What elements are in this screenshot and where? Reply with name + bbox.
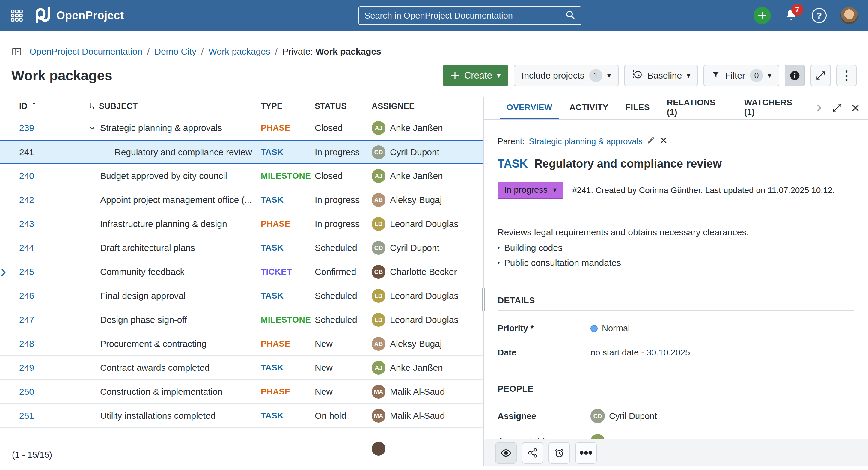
table-row-249[interactable]: 249Contract awards completedTASKNewAJAnk…: [0, 356, 483, 380]
info-toggle-button[interactable]: [785, 65, 805, 86]
assignee-name[interactable]: Aleksy Bugaj: [390, 339, 442, 349]
table-row-239[interactable]: 239Strategic planning & approvalsPHASECl…: [0, 116, 483, 140]
table-row-246[interactable]: 246Final design approvalTASKScheduledLDL…: [0, 284, 483, 308]
tab-activity[interactable]: ACTIVITY: [563, 96, 615, 119]
app-grid-icon[interactable]: [10, 9, 23, 22]
reminder-button[interactable]: [549, 442, 570, 464]
edit-parent-icon[interactable]: [647, 136, 655, 147]
work-package-type-label[interactable]: TASK: [498, 157, 528, 170]
create-button[interactable]: Create ▾: [443, 65, 508, 86]
work-package-subject[interactable]: Community feedback: [100, 267, 185, 277]
work-package-id-link[interactable]: 250: [19, 387, 88, 397]
work-package-subject[interactable]: Utility installations completed: [100, 411, 216, 421]
tab-relations-1[interactable]: RELATIONS (1): [660, 96, 734, 119]
assignee-name[interactable]: Cyril Dupont: [390, 243, 439, 253]
work-package-id-link[interactable]: 251: [19, 411, 88, 421]
assignee-value[interactable]: CD Cyril Dupont: [590, 409, 854, 423]
work-package-subject[interactable]: Infrastructure planning & design: [100, 219, 227, 229]
assignee-name[interactable]: Anke Janßen: [390, 363, 443, 373]
include-projects-button[interactable]: Include projects 1 ▾: [514, 65, 619, 86]
work-package-subject-title[interactable]: Regulatory and compliance review: [534, 157, 722, 170]
work-package-id-link[interactable]: 241: [19, 147, 88, 157]
assignee-name[interactable]: Leonard Douglas: [390, 291, 459, 301]
global-search[interactable]: [359, 6, 582, 25]
column-header-assignee[interactable]: ASSIGNEE: [372, 102, 483, 111]
work-package-subject[interactable]: Appoint project management office (...: [100, 195, 252, 205]
openproject-logo[interactable]: OpenProject: [34, 6, 124, 26]
table-row-partial[interactable]: [0, 428, 483, 464]
assignee-name[interactable]: Aleksy Bugaj: [390, 195, 442, 205]
work-package-id-link[interactable]: 249: [19, 363, 88, 373]
parent-link[interactable]: Strategic planning & approvals: [529, 137, 643, 146]
assignee-name[interactable]: Charlotte Becker: [390, 267, 457, 277]
tabs-scroll-right-icon[interactable]: [815, 103, 824, 113]
column-header-type[interactable]: TYPE: [261, 102, 315, 111]
baseline-button[interactable]: Baseline ▾: [624, 65, 698, 86]
work-package-subject[interactable]: Design phase sign-off: [100, 315, 187, 325]
date-value[interactable]: no start date - 30.10.2025: [590, 348, 854, 357]
work-package-id-link[interactable]: 246: [19, 291, 88, 301]
fullscreen-button[interactable]: [810, 65, 831, 86]
help-button[interactable]: ?: [812, 8, 827, 23]
table-row-241[interactable]: 241Regulatory and compliance reviewTASKI…: [0, 140, 483, 164]
status-dropdown[interactable]: In progress ▾: [498, 182, 563, 199]
priority-label[interactable]: Priority *: [498, 323, 590, 333]
notifications-button[interactable]: 7: [785, 8, 798, 23]
table-row-245[interactable]: 245Community feedbackTICKETConfirmedCBCh…: [0, 260, 483, 284]
assignee-name[interactable]: Anke Janßen: [390, 123, 443, 133]
breadcrumb-link[interactable]: Demo City: [154, 46, 196, 57]
column-header-id[interactable]: ID: [19, 102, 88, 111]
work-package-id-link[interactable]: 240: [19, 171, 88, 181]
table-row-244[interactable]: 244Draft architectural plansTASKSchedule…: [0, 236, 483, 260]
close-panel-icon[interactable]: [850, 103, 860, 113]
work-package-subject[interactable]: Procurement & contracting: [100, 339, 207, 349]
column-header-subject[interactable]: SUBJECT: [88, 102, 261, 111]
table-row-242[interactable]: 242Appoint project management office (..…: [0, 188, 483, 212]
breadcrumb-link[interactable]: Work packages: [209, 46, 270, 57]
assignee-name[interactable]: Anke Janßen: [390, 171, 443, 181]
remove-parent-icon[interactable]: [659, 136, 668, 147]
work-package-id-link[interactable]: 244: [19, 243, 88, 253]
user-avatar[interactable]: [840, 7, 858, 24]
tab-overview[interactable]: OVERVIEW: [500, 96, 559, 119]
watch-button[interactable]: [495, 442, 517, 464]
column-header-status[interactable]: STATUS: [315, 102, 372, 111]
expand-panel-icon[interactable]: [832, 103, 842, 113]
assignee-name[interactable]: Leonard Douglas: [390, 219, 459, 229]
table-row-251[interactable]: 251Utility installations completedTASKOn…: [0, 404, 483, 428]
work-package-id-link[interactable]: 245: [19, 267, 88, 277]
assignee-name[interactable]: Malik Al-Saud: [390, 387, 445, 397]
work-package-subject[interactable]: Draft architectural plans: [100, 243, 195, 253]
assignee-name[interactable]: Leonard Douglas: [390, 315, 459, 325]
work-package-subject[interactable]: Budget approved by city council: [100, 171, 227, 181]
work-package-id-link[interactable]: 248: [19, 339, 88, 349]
work-package-id-link[interactable]: 242: [19, 195, 88, 205]
collapse-sidebar-icon[interactable]: [11, 46, 22, 57]
quick-add-button[interactable]: [753, 7, 771, 24]
breadcrumb-link[interactable]: OpenProject Documentation: [29, 46, 143, 57]
work-package-id-link[interactable]: 247: [19, 315, 88, 325]
filter-button[interactable]: Filter 0 ▾: [704, 65, 779, 86]
share-button[interactable]: [522, 442, 544, 464]
table-row-240[interactable]: 240Budget approved by city councilMILEST…: [0, 164, 483, 188]
work-package-subject[interactable]: Final design approval: [100, 291, 186, 301]
table-row-247[interactable]: 247Design phase sign-offMILESTONESchedul…: [0, 308, 483, 332]
assignee-label[interactable]: Assignee: [498, 411, 590, 421]
work-package-subject[interactable]: Construction & implementation: [100, 387, 223, 397]
work-package-subject[interactable]: Strategic planning & approvals: [100, 123, 222, 133]
panel-resize-handle[interactable]: [482, 288, 485, 311]
work-package-id-link[interactable]: 239: [19, 123, 88, 133]
tab-files[interactable]: FILES: [619, 96, 656, 119]
table-row-243[interactable]: 243Infrastructure planning & designPHASE…: [0, 212, 483, 236]
date-label[interactable]: Date: [498, 348, 590, 357]
chevron-down-icon[interactable]: [88, 124, 100, 132]
more-options-button[interactable]: ⋮: [836, 65, 857, 86]
work-package-subject[interactable]: Regulatory and compliance review: [100, 147, 252, 157]
tab-watchers-1[interactable]: WATCHERS (1): [738, 96, 810, 119]
search-input[interactable]: [365, 11, 565, 21]
assignee-name[interactable]: Malik Al-Saud: [390, 411, 445, 421]
search-icon[interactable]: [565, 10, 576, 21]
work-package-id-link[interactable]: 243: [19, 219, 88, 229]
table-row-250[interactable]: 250Construction & implementationPHASENew…: [0, 380, 483, 404]
priority-value[interactable]: Normal: [590, 323, 854, 333]
